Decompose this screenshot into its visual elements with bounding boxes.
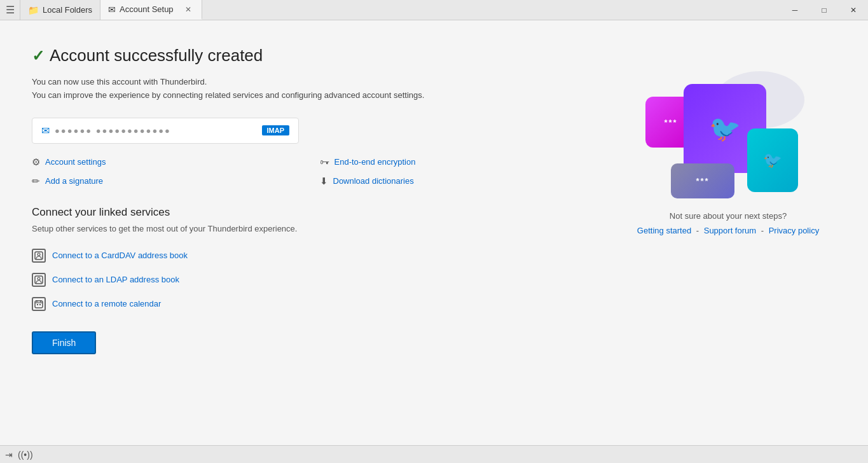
linked-services-desc: Setup other services to get the most out… (32, 224, 595, 233)
key-icon: 🗝 (320, 156, 329, 167)
statusbar: ⇥ ((•)) (0, 445, 868, 463)
tab-account-setup-label: Account Setup (120, 4, 174, 14)
right-panel: *** 🐦 🐦 *** Not sure about your next ste… (620, 46, 836, 420)
right-panel-desc: Not sure about your next steps? (670, 211, 787, 221)
getting-started-link[interactable]: Getting started (637, 226, 691, 235)
success-desc-line2: You can improve the experience by connec… (32, 89, 595, 102)
separator-1: - (696, 226, 701, 235)
card-bottom-gray: *** (671, 163, 734, 198)
left-panel: ✓ Account successfully created You can n… (32, 46, 595, 420)
email-tab-icon: ✉ (108, 4, 116, 15)
tab-bar: 📁 Local Folders ✉ Account Setup ✕ (20, 0, 780, 20)
linked-services-title: Connect your linked services (32, 206, 595, 219)
illustration: *** 🐦 🐦 *** (645, 71, 811, 198)
separator-2: - (761, 226, 766, 235)
ldap-label: Connect to an LDAP address book (52, 275, 179, 284)
download-dictionaries-label: Download dictionaries (333, 176, 414, 186)
account-email-display: ●●●●●● ●●●●●●●●●●●● (55, 126, 171, 135)
svg-rect-9 (39, 304, 41, 305)
account-settings-label: Account settings (45, 157, 106, 167)
success-description: You can now use this account with Thunde… (32, 76, 595, 102)
account-card-left: ✉ ●●●●●● ●●●●●●●●●●●● (41, 125, 171, 137)
finish-button[interactable]: Finish (32, 331, 96, 354)
download-dictionaries-item[interactable]: ⬇ Download dictionaries (320, 176, 595, 187)
tab-close-button[interactable]: ✕ (183, 4, 194, 15)
svg-rect-8 (37, 304, 38, 305)
add-signature-label: Add a signature (45, 176, 103, 186)
status-icon-1: ⇥ (5, 450, 13, 460)
end-to-end-label: End-to-end encryption (334, 157, 416, 167)
success-desc-line1: You can now use this account with Thunde… (32, 76, 595, 89)
add-signature-item[interactable]: ✏ Add a signature (32, 176, 307, 187)
card-cyan-icon: 🐦 (763, 151, 782, 169)
download-icon: ⬇ (320, 176, 328, 187)
carddav-item[interactable]: Connect to a CardDAV address book (32, 244, 595, 268)
privacy-policy-link[interactable]: Privacy policy (769, 226, 819, 235)
right-panel-links: Getting started - Support forum - Privac… (637, 226, 819, 235)
close-button[interactable]: ✕ (839, 0, 868, 20)
svg-rect-4 (35, 301, 43, 308)
email-account-icon: ✉ (41, 125, 50, 137)
account-settings-item[interactable]: ⚙ Account settings (32, 156, 307, 168)
svg-point-1 (38, 253, 40, 256)
check-icon: ✓ (32, 47, 45, 65)
card-cyan: 🐦 (747, 128, 798, 192)
ldap-icon (32, 273, 46, 287)
end-to-end-item[interactable]: 🗝 End-to-end encryption (320, 156, 595, 168)
imap-badge: IMAP (262, 125, 290, 135)
main-content: ✓ Account successfully created You can n… (0, 20, 868, 445)
success-title: Account successfully created (50, 46, 263, 66)
tab-local-folders-label: Local Folders (43, 5, 92, 15)
titlebar: ☰ 📁 Local Folders ✉ Account Setup ✕ ─ □ … (0, 0, 868, 20)
ldap-item[interactable]: Connect to an LDAP address book (32, 268, 595, 292)
thunderbird-icon: 🐦 (709, 114, 741, 144)
status-icon-2: ((•)) (18, 450, 33, 460)
settings-grid: ⚙ Account settings 🗝 End-to-end encrypti… (32, 156, 595, 187)
carddav-label: Connect to a CardDAV address book (52, 251, 188, 260)
pencil-icon: ✏ (32, 176, 40, 187)
menu-icon[interactable]: ☰ (0, 0, 20, 20)
linked-services-section: Connect your linked services Setup other… (32, 206, 595, 316)
success-header: ✓ Account successfully created (32, 46, 595, 66)
maximize-button[interactable]: □ (809, 0, 839, 20)
minimize-button[interactable]: ─ (780, 0, 809, 20)
tab-local-folders[interactable]: 📁 Local Folders (20, 0, 100, 20)
gear-icon: ⚙ (32, 156, 40, 168)
account-card: ✉ ●●●●●● ●●●●●●●●●●●● IMAP (32, 118, 299, 144)
folder-icon: 📁 (28, 5, 39, 15)
support-forum-link[interactable]: Support forum (704, 226, 756, 235)
svg-point-3 (38, 277, 40, 280)
carddav-icon (32, 249, 46, 263)
tab-account-setup[interactable]: ✉ Account Setup ✕ (100, 0, 202, 20)
window-controls: ─ □ ✕ (780, 0, 868, 20)
calendar-icon (32, 297, 46, 311)
remote-calendar-item[interactable]: Connect to a remote calendar (32, 292, 595, 316)
remote-calendar-label: Connect to a remote calendar (52, 299, 161, 308)
